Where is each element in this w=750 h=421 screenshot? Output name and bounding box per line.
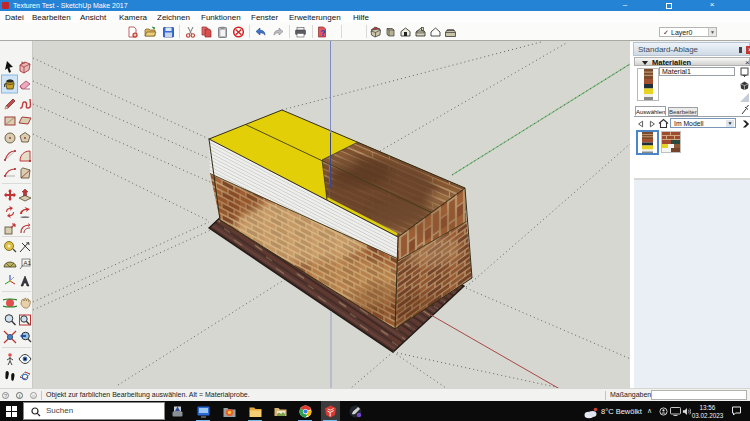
svg-text:?: ? [320,28,325,38]
svg-text:A1: A1 [24,260,32,266]
